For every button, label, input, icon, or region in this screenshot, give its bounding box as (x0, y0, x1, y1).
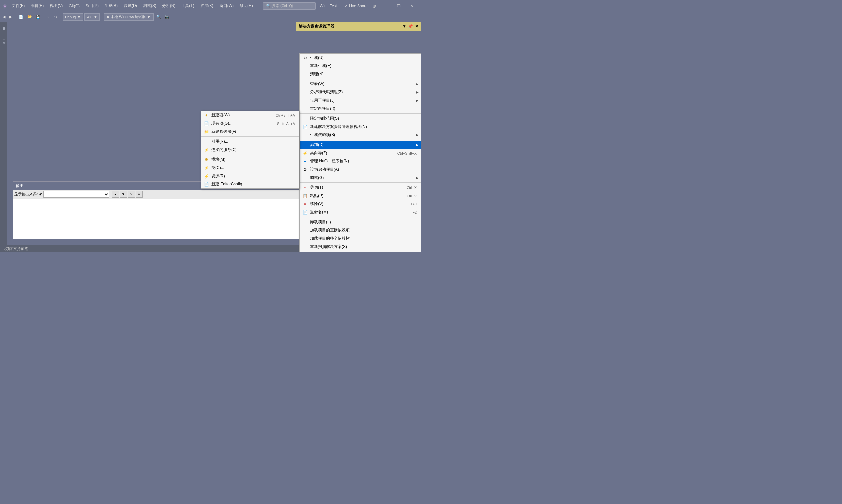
menu-test[interactable]: 测试(S) (140, 2, 159, 10)
minimize-button[interactable]: — (379, 0, 392, 12)
class-wizard-icon: ⚡ (302, 150, 307, 156)
debug-config-arrow: ▼ (77, 15, 80, 19)
output-scroll-up[interactable]: ▲ (112, 191, 119, 198)
ctx-project-only[interactable]: 仅用于项目(J) ▶ (300, 96, 421, 105)
git-sidebar-icon[interactable]: H分 (2, 36, 5, 41)
sub-reference[interactable]: 引用(R)... (201, 138, 299, 146)
ctx-build-deps[interactable]: 生成依赖项(B) ▶ (300, 131, 421, 139)
nav-forward-button[interactable]: ▶ (8, 14, 13, 20)
share-icon[interactable]: ⊕ (372, 3, 376, 8)
editorconfig-icon: 📄 (203, 182, 209, 187)
ctx-debug-arrow: ▶ (416, 176, 419, 180)
close-button[interactable]: ✕ (405, 0, 418, 12)
sub-editorconfig[interactable]: 📄 新建 EditorConfig (201, 180, 299, 188)
live-share-label: Live Share (349, 4, 368, 8)
search-box[interactable]: 🔍 搜索 (Ctrl+Q) (263, 2, 316, 10)
menu-debug[interactable]: 调试(D) (121, 2, 140, 10)
solution-context-menu: ⚙ 生成(U) 重新生成(E) 清理(N) 查看(W) ▶ 分析和代码清理(Z)… (299, 53, 421, 252)
ctx-build[interactable]: ⚙ 生成(U) (300, 54, 421, 62)
zoom-button[interactable]: 🔍 (155, 14, 162, 20)
sub-sep1 (201, 137, 299, 137)
ctx-scope[interactable]: 限定为此范围(S) (300, 114, 421, 123)
ctx-remove[interactable]: ✕ 移除(V) Del (300, 200, 421, 208)
ctx-new-view-label: 新建解决方案资源管理器视图(N) (310, 124, 367, 129)
open-button[interactable]: 📂 (26, 14, 33, 20)
ctx-view-arrow: ▶ (416, 82, 419, 86)
save-all-button[interactable]: 💾 (35, 14, 42, 20)
ctx-add[interactable]: 添加(D) ▶ (300, 141, 421, 149)
sub-resource[interactable]: ⚡ 资源(R)... (201, 172, 299, 180)
panel-close-button[interactable]: ✕ (415, 24, 418, 29)
ctx-load-direct[interactable]: 加载项目的直接依赖项 (300, 226, 421, 234)
ctx-rename[interactable]: 📄 重命名(M) F2 (300, 208, 421, 216)
menu-file[interactable]: 文件(F) (9, 2, 27, 10)
sub-existing-item-shortcut: Shift+Alt+A (270, 122, 295, 126)
undo-button[interactable]: ↩ (46, 14, 52, 20)
ctx-retarget[interactable]: 重定向项目(R) (300, 105, 421, 113)
ctx-analyze[interactable]: 分析和代码清理(Z) ▶ (300, 88, 421, 96)
ctx-show-db-errors[interactable]: 显示浏览数据库错误 (300, 251, 421, 252)
run-label: 本地 Windows 调试器 (111, 15, 146, 19)
ctx-view[interactable]: 查看(W) ▶ (300, 80, 421, 88)
redo-button[interactable]: ↪ (53, 14, 58, 20)
sub-module[interactable]: ⚙ 模块(M)... (201, 156, 299, 164)
sub-class-label: 类(C)... (212, 165, 224, 170)
menu-tools[interactable]: 工具(T) (179, 2, 197, 10)
ctx-project-only-arrow: ▶ (416, 98, 419, 102)
sub-connected-service[interactable]: ⚡ 连接的服务(C) (201, 146, 299, 154)
ctx-class-wizard[interactable]: ⚡ 类向导(Z)... Ctrl+Shift+X (300, 149, 421, 157)
panel-pin-button[interactable]: 📌 (408, 24, 413, 29)
output-source-select[interactable] (43, 191, 109, 198)
solution-panel-title: 解决方案资源管理器 (299, 24, 334, 29)
ctx-debug[interactable]: 调试(G) ▶ (300, 174, 421, 182)
sub-new-filter[interactable]: 📁 新建筛选器(F) (201, 128, 299, 136)
maximize-button[interactable]: ❐ (392, 0, 405, 12)
ctx-rebuild[interactable]: 重新生成(E) (300, 62, 421, 70)
menu-build[interactable]: 生成(B) (102, 2, 120, 10)
class-icon: ⚡ (203, 165, 209, 170)
panel-dropdown-arrow[interactable]: ▼ (402, 24, 406, 29)
ctx-startup[interactable]: ⚙ 设为启动项目(A) (300, 165, 421, 174)
ctx-rename-shortcut: F2 (406, 211, 417, 214)
ctx-new-view[interactable]: 📄 新建解决方案资源管理器视图(N) (300, 123, 421, 131)
output-clear[interactable]: ✕ (128, 191, 135, 198)
menu-extensions[interactable]: 扩展(X) (198, 2, 216, 10)
search-placeholder: 搜索 (Ctrl+Q) (272, 3, 293, 8)
ctx-unload-label: 卸载项目(L) (310, 219, 331, 225)
menu-edit[interactable]: 编辑(E) (28, 2, 47, 10)
sub-class[interactable]: ⚡ 类(C)... (201, 164, 299, 172)
sub-new-item[interactable]: ✦ 新建项(W)... Ctrl+Shift+A (201, 111, 299, 119)
menu-view[interactable]: 视图(V) (47, 2, 66, 10)
nav-back-button[interactable]: ◀ (1, 14, 6, 20)
solution-explorer-sidebar-icon[interactable]: 解决方案 (2, 23, 5, 26)
ctx-cut[interactable]: ✂ 剪切(T) Ctrl+X (300, 183, 421, 192)
ctx-debug-label: 调试(G) (310, 175, 324, 180)
ctx-sep2 (300, 113, 421, 114)
ctx-unload[interactable]: 卸载项目(L) (300, 218, 421, 226)
ctx-nuget[interactable]: ● 管理 NuGet 程序包(N)... (300, 157, 421, 165)
live-share-button[interactable]: ↗ Live Share (342, 3, 370, 9)
new-file-button[interactable]: 📄 (17, 14, 25, 20)
ctx-add-arrow: ▶ (416, 143, 419, 147)
ctx-retarget-label: 重定向项目(R) (310, 106, 336, 111)
output-wrap[interactable]: ⇔ (136, 191, 143, 198)
ctx-paste[interactable]: 📋 粘贴(P) Ctrl+V (300, 192, 421, 200)
output-scroll-down[interactable]: ▼ (120, 191, 127, 198)
sub-existing-item[interactable]: 📄 现有项(G)... Shift+Alt+A (201, 119, 299, 128)
ctx-analyze-arrow: ▶ (416, 90, 419, 94)
run-arrow: ▼ (147, 15, 151, 19)
debug-config-dropdown[interactable]: Debug ▼ (63, 14, 83, 21)
ctx-build-label: 生成(U) (310, 55, 324, 60)
menu-window[interactable]: 窗口(W) (217, 2, 236, 10)
run-debugger-button[interactable]: ▶ 本地 Windows 调试器 ▼ (104, 14, 154, 21)
ctx-load-tree[interactable]: 加载项目的整个依赖树 (300, 234, 421, 242)
menu-analyze[interactable]: 分析(N) (160, 2, 178, 10)
menu-help[interactable]: 帮助(H) (237, 2, 255, 10)
menu-project[interactable]: 项目(P) (83, 2, 101, 10)
ctx-rescan[interactable]: 重新扫描解决方案(S) (300, 242, 421, 251)
ctx-clean[interactable]: 清理(N) (300, 70, 421, 78)
screenshot-button[interactable]: 📷 (163, 14, 171, 20)
menu-git[interactable]: Git(G) (66, 3, 82, 9)
ctx-sep1 (300, 79, 421, 79)
platform-dropdown[interactable]: x86 ▼ (84, 14, 100, 21)
